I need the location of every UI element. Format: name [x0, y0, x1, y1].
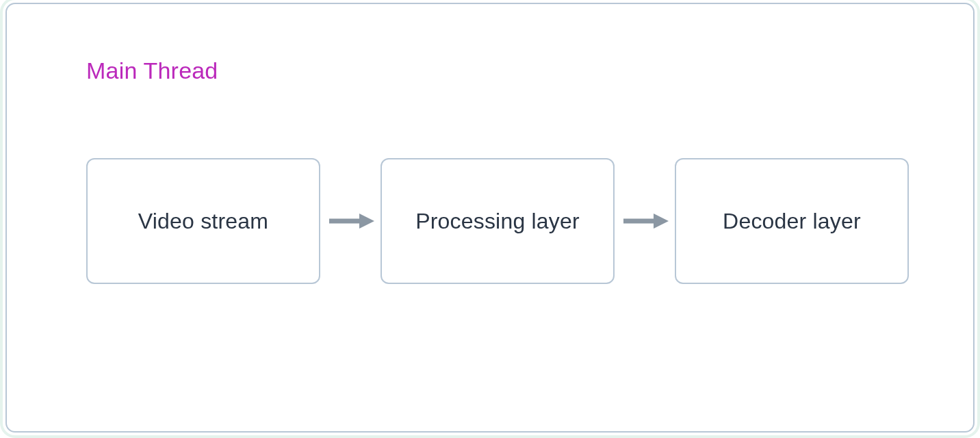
node-label: Decoder layer [723, 209, 861, 234]
node-video-stream: Video stream [86, 158, 320, 284]
diagram-container: Main Thread Video stream Processing laye… [5, 3, 975, 433]
flow-row: Video stream Processing layer Decoder la… [86, 158, 909, 284]
svg-marker-1 [359, 214, 374, 229]
diagram-title: Main Thread [86, 57, 218, 84]
node-label: Video stream [138, 209, 268, 234]
arrow-icon [615, 213, 675, 229]
node-label: Processing layer [415, 209, 580, 234]
node-processing-layer: Processing layer [381, 158, 615, 284]
arrow-icon [320, 213, 381, 229]
svg-marker-3 [654, 214, 669, 229]
node-decoder-layer: Decoder layer [675, 158, 909, 284]
